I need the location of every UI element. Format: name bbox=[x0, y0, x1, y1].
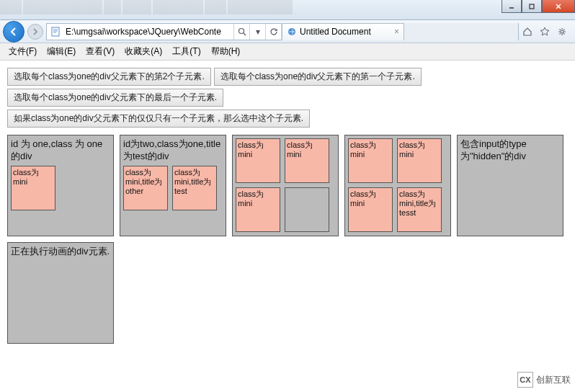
watermark-text: 创新互联 bbox=[536, 374, 571, 386]
svg-point-8 bbox=[561, 30, 563, 33]
browser-tab[interactable]: Untitled Document × bbox=[282, 23, 404, 40]
box-one: id 为 one,class 为 one 的div class为mini bbox=[7, 135, 114, 236]
mini-box: class为mini bbox=[348, 138, 393, 183]
mini-box: class为mini bbox=[236, 138, 280, 183]
menu-view[interactable]: 查看(V) bbox=[81, 44, 119, 59]
home-icon bbox=[522, 27, 532, 37]
mini-box: class为mini,title为tesst bbox=[397, 187, 442, 232]
window-maximize-button[interactable] bbox=[522, 0, 542, 13]
btn-first-child[interactable]: 选取每个class为one的div父元素下的第一个子元素. bbox=[214, 68, 422, 86]
mini-box: class为mini bbox=[348, 187, 393, 232]
svg-rect-4 bbox=[52, 27, 59, 36]
box-one-title: id 为 one,class 为 one 的div bbox=[11, 138, 110, 163]
tab-close-button[interactable]: × bbox=[394, 27, 399, 37]
btn-last-child[interactable]: 选取每个class为one的div父元素下的最后一个子元素. bbox=[7, 89, 223, 107]
box-five: 包含input的type为"hidden"的div bbox=[457, 135, 563, 236]
ie-icon bbox=[287, 27, 297, 37]
mini-box: class为mini,title为other bbox=[123, 166, 168, 210]
refresh-button[interactable] bbox=[265, 24, 281, 40]
menu-favorites[interactable]: 收藏夹(A) bbox=[120, 44, 166, 59]
box-four: class为mini class为mini class为mini class为m… bbox=[344, 135, 451, 236]
titlebar bbox=[0, 0, 575, 20]
watermark-logo: CX bbox=[517, 372, 533, 388]
mini-box: class为mini bbox=[11, 166, 55, 210]
inactive-window-ghost bbox=[0, 0, 293, 16]
search-icon bbox=[238, 27, 246, 36]
window-minimize-button[interactable] bbox=[502, 0, 522, 13]
url-input[interactable] bbox=[64, 24, 233, 40]
box-two-title: id为two,class为one,title为test的div bbox=[123, 138, 223, 163]
tools-button[interactable] bbox=[556, 26, 568, 37]
gear-icon bbox=[557, 27, 567, 37]
navbar: ▾ Untitled Document × bbox=[0, 20, 575, 43]
mini-box: class为mini bbox=[397, 138, 442, 183]
btn-only-child[interactable]: 如果class为one的div父元素下的仅仅只有一个子元素，那么选中这个子元素. bbox=[7, 110, 310, 128]
watermark: CX 创新互联 bbox=[517, 372, 571, 388]
box-six: 正在执行动画的div元素. bbox=[7, 242, 114, 344]
menu-file[interactable]: 文件(F) bbox=[4, 44, 41, 59]
tab-title: Untitled Document bbox=[300, 27, 371, 37]
mini-box-empty bbox=[285, 187, 329, 232]
page-icon bbox=[48, 24, 63, 39]
menu-tools[interactable]: 工具(T) bbox=[168, 44, 205, 59]
window-close-button[interactable] bbox=[542, 0, 575, 13]
back-button[interactable] bbox=[3, 21, 24, 43]
favorites-button[interactable] bbox=[539, 26, 551, 37]
arrow-left-icon bbox=[9, 27, 19, 37]
svg-line-6 bbox=[244, 33, 246, 35]
menu-help[interactable]: 帮助(H) bbox=[207, 44, 245, 59]
menu-edit[interactable]: 编辑(E) bbox=[43, 44, 80, 59]
arrow-right-icon bbox=[32, 28, 39, 35]
svg-point-5 bbox=[239, 28, 244, 33]
mini-box: class为mini bbox=[236, 187, 280, 232]
box-six-title: 正在执行动画的div元素. bbox=[11, 246, 110, 258]
address-bar: ▾ Untitled Document × bbox=[46, 23, 519, 40]
mini-box: class为mini bbox=[285, 138, 329, 183]
mini-box: class为mini,title为test bbox=[172, 166, 217, 210]
box-five-title: 包含input的type为"hidden"的div bbox=[460, 138, 560, 163]
forward-button[interactable] bbox=[27, 24, 43, 40]
box-two: id为two,class为one,title为test的div class为mi… bbox=[120, 135, 226, 236]
box-three: class为mini class为mini class为mini bbox=[232, 135, 339, 236]
btn-nth-child-2[interactable]: 选取每个class为one的div父元素下的第2个子元素. bbox=[7, 68, 211, 86]
url-dropdown[interactable]: ▾ bbox=[249, 24, 265, 40]
menubar: 文件(F) 编辑(E) 查看(V) 收藏夹(A) 工具(T) 帮助(H) bbox=[0, 43, 575, 61]
search-button[interactable] bbox=[233, 24, 249, 40]
refresh-icon bbox=[269, 27, 278, 36]
star-icon bbox=[540, 27, 550, 37]
home-button[interactable] bbox=[522, 26, 533, 37]
svg-rect-1 bbox=[530, 4, 534, 9]
page-content: 选取每个class为one的div父元素下的第2个子元素. 选取每个class为… bbox=[0, 61, 575, 351]
